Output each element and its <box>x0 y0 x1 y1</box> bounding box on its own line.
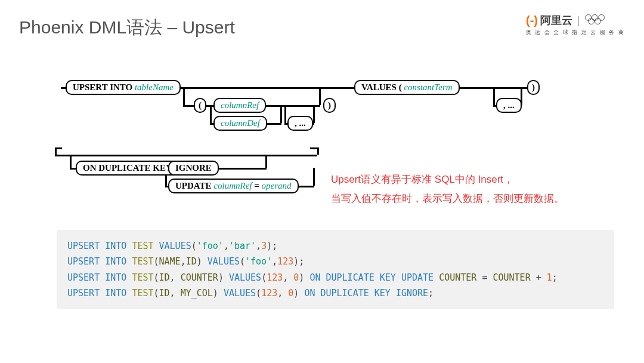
code-example: UPSERT INTO TEST VALUES('foo','bar',3); … <box>57 230 614 309</box>
node-column-ref: columnRef <box>213 98 266 113</box>
brand-logo: (-) 阿里云 | 奥 运 会 全 球 指 定 云 服 务 商 <box>526 13 625 36</box>
node-ignore: IGNORE <box>168 161 219 176</box>
explanation-note: Upsert语义有异于标准 SQL中的 Insert， 当写入值不存在时，表示写… <box>331 170 564 209</box>
code-line-2: UPSERT INTO TEST(NAME,ID) VALUES('foo',1… <box>67 254 603 269</box>
aliyun-icon: (-) <box>526 14 538 27</box>
node-ellipsis-2: , ... <box>496 98 522 113</box>
olympic-rings-icon <box>585 14 608 26</box>
node-rparen-2: ) <box>527 80 540 95</box>
node-on-duplicate-key: ON DUPLICATE KEY <box>76 161 179 176</box>
node-update: UPDATE columnRef = operand <box>168 179 299 193</box>
code-line-3: UPSERT INTO TEST(ID, COUNTER) VALUES(123… <box>67 270 603 285</box>
node-rparen: ) <box>323 98 336 113</box>
node-column-def: columnDef <box>213 116 267 131</box>
node-upsert-into: UPSERT INTO tableName <box>66 80 181 95</box>
node-values: VALUES ( constantTerm <box>354 80 460 95</box>
brand-tagline: 奥 运 会 全 球 指 定 云 服 务 商 <box>526 29 625 36</box>
brand-name: 阿里云 <box>540 13 572 27</box>
code-line-4: UPSERT INTO TEST(ID, MY_COL) VALUES(123,… <box>67 285 603 301</box>
code-line-1: UPSERT INTO TEST VALUES('foo','bar',3); <box>67 238 603 254</box>
note-line-2: 当写入值不存在时，表示写入数据，否则更新数据。 <box>331 189 564 208</box>
note-line-1: Upsert语义有异于标准 SQL中的 Insert， <box>331 170 564 189</box>
node-ellipsis: , ... <box>287 116 313 131</box>
node-lparen: ( <box>194 98 206 113</box>
